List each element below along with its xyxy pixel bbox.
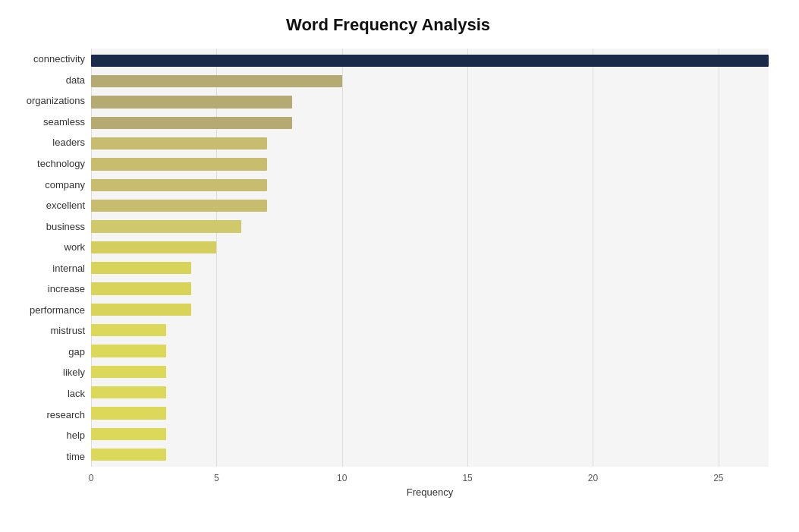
y-label-connectivity: connectivity	[33, 54, 85, 64]
chart-area: connectivitydataorganizationsseamlesslea…	[8, 49, 769, 467]
y-label-increase: increase	[48, 284, 85, 294]
y-label-help: help	[66, 430, 85, 440]
y-label-leaders: leaders	[52, 137, 85, 147]
x-tick-15: 15	[462, 473, 472, 483]
bar-row-research	[91, 403, 769, 423]
bar-lack	[91, 386, 166, 398]
y-label-gap: gap	[68, 347, 85, 357]
bar-excellent	[91, 200, 267, 212]
x-tick-10: 10	[337, 473, 347, 483]
bar-gap	[91, 345, 166, 357]
bottom-section: 0510152025 Frequency	[91, 470, 769, 498]
bar-row-seamless	[91, 112, 769, 133]
bar-work	[91, 241, 216, 253]
y-label-seamless: seamless	[43, 117, 85, 127]
y-label-technology: technology	[37, 159, 85, 168]
bar-row-data	[91, 71, 769, 91]
grid-and-bars	[91, 49, 769, 467]
y-label-performance: performance	[30, 305, 85, 315]
y-labels: connectivitydataorganizationsseamlesslea…	[8, 49, 91, 467]
y-label-research: research	[46, 410, 85, 420]
bar-row-connectivity	[91, 50, 769, 71]
bar-row-organizations	[91, 92, 769, 112]
bar-row-increase	[91, 279, 769, 299]
bar-row-gap	[91, 341, 769, 361]
bar-mistrust	[91, 324, 166, 336]
x-tick-5: 5	[214, 473, 219, 483]
bar-row-help	[91, 423, 769, 444]
bar-research	[91, 407, 166, 419]
bar-internal	[91, 262, 191, 274]
bar-row-work	[91, 237, 769, 257]
bar-performance	[91, 304, 191, 316]
y-label-lack: lack	[68, 389, 85, 398]
y-label-business: business	[46, 222, 85, 231]
bar-help	[91, 428, 166, 440]
bar-row-time	[91, 445, 769, 465]
bar-row-internal	[91, 257, 769, 278]
bar-row-company	[91, 175, 769, 195]
chart-container: Word Frequency Analysis connectivitydata…	[0, 0, 799, 532]
y-label-data: data	[66, 75, 85, 85]
chart-title: Word Frequency Analysis	[8, 15, 769, 35]
x-axis-label: Frequency	[91, 486, 769, 498]
bar-row-technology	[91, 154, 769, 175]
y-label-likely: likely	[63, 367, 85, 377]
bars-wrapper	[91, 49, 769, 467]
bar-organizations	[91, 96, 292, 108]
bar-company	[91, 179, 267, 191]
bar-technology	[91, 158, 267, 170]
bar-likely	[91, 366, 166, 378]
x-tick-20: 20	[588, 473, 598, 483]
y-label-mistrust: mistrust	[51, 326, 86, 335]
y-label-internal: internal	[52, 263, 85, 273]
x-axis: 0510152025	[91, 470, 769, 485]
bar-row-likely	[91, 361, 769, 382]
bar-leaders	[91, 137, 267, 150]
y-label-excellent: excellent	[46, 200, 85, 210]
bar-data	[91, 75, 342, 87]
y-label-work: work	[64, 242, 85, 252]
bar-row-leaders	[91, 133, 769, 153]
bar-seamless	[91, 117, 292, 129]
bar-time	[91, 449, 166, 461]
x-tick-25: 25	[713, 473, 723, 483]
y-label-organizations: organizations	[27, 96, 85, 105]
y-label-time: time	[66, 452, 85, 461]
bar-row-business	[91, 216, 769, 237]
bar-increase	[91, 282, 191, 294]
bar-business	[91, 220, 241, 232]
x-tick-0: 0	[89, 473, 94, 483]
y-label-company: company	[45, 180, 85, 190]
bar-row-mistrust	[91, 320, 769, 340]
bars-and-grid	[91, 49, 769, 467]
bar-row-lack	[91, 382, 769, 403]
bar-row-excellent	[91, 195, 769, 216]
bar-row-performance	[91, 299, 769, 320]
bar-connectivity	[91, 55, 769, 67]
